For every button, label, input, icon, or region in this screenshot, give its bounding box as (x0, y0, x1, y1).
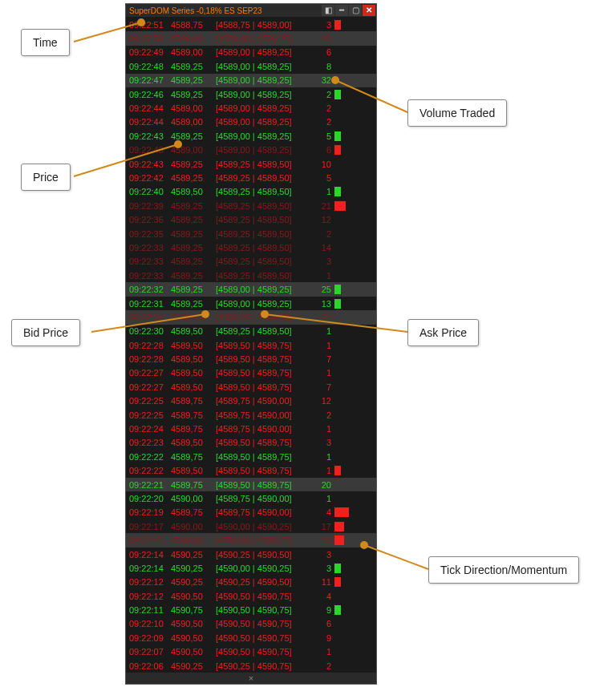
tape-row[interactable]: 09:22:434589,25[4589,25 | 4589,50]10 (126, 157, 376, 171)
tape-row[interactable]: 09:22:364589,25[4589,25 | 4589,50]12 (126, 212, 376, 226)
cell-price: 4589,50 (171, 382, 216, 392)
tape-row[interactable]: 09:22:424589,25[4589,25 | 4589,50]5 (126, 171, 376, 184)
callout-time: Time (21, 29, 70, 56)
tape-row[interactable]: 09:22:354589,25[4589,25 | 4589,50]2 (126, 227, 376, 240)
tape-row[interactable]: 09:22:394589,25[4589,25 | 4589,50]21 (126, 199, 376, 212)
tape-row[interactable]: 09:22:194589,75[4589,75 | 4590,00]4 (126, 506, 376, 519)
tape-row[interactable]: 09:22:094590,50[4590,50 | 4590,75]9 (126, 631, 376, 644)
tape-row[interactable]: 09:22:484589,25[4589,00 | 4589,25]8 (126, 59, 376, 73)
close-button[interactable]: ✕ (363, 5, 375, 16)
tape-row[interactable]: 09:22:334589,25[4589,25 | 4589,50]1 (126, 269, 376, 282)
cell-bar (333, 285, 376, 294)
tape-row[interactable]: 09:22:124590,25[4590,25 | 4590,50]11 (126, 576, 376, 589)
cell-bidask: [4589,50 | 4589,75] (216, 466, 312, 475)
tape-row[interactable]: 09:22:474589,25[4589,00 | 4589,25]32 (126, 74, 376, 87)
cell-bidask: [4590,25 | 4590,50] (216, 550, 312, 560)
tape-row[interactable]: 09:22:324589,25[4589,00 | 4589,25]25 (126, 282, 376, 296)
cell-bidask: [4589,50 | 4589,75] (216, 368, 312, 378)
tape-row[interactable]: 09:22:114590,75[4590,50 | 4590,75]9 (126, 603, 376, 616)
cell-time: 09:22:31 (126, 313, 171, 322)
tape-row[interactable]: 09:22:284589,50[4589,50 | 4589,75]7 (126, 352, 376, 366)
cell-bar (333, 20, 376, 30)
tape-row[interactable]: 09:22:444589,00[4589,00 | 4589,25]2 (126, 101, 376, 115)
cell-volume: 13 (312, 299, 333, 309)
callout-tick: Tick Direction/Momentum (428, 556, 579, 584)
cell-bidask: [4589,50 | 4589,75] (216, 341, 312, 350)
tape-row[interactable]: 09:22:204590,00[4589,75 | 4590,00]1 (126, 491, 376, 505)
tape-row[interactable]: 09:22:224589,75[4589,50 | 4589,75]1 (126, 450, 376, 463)
cell-bar (333, 494, 376, 503)
tape-row[interactable]: 09:22:504589,00[4589,00 | 4589,25]20 (126, 31, 376, 45)
tape-row[interactable]: 09:22:334589,25[4589,25 | 4589,50]14 (126, 240, 376, 254)
maximize-button[interactable]: ▢ (349, 5, 362, 16)
titlebar[interactable]: SuperDOM Series -0,18% ES SEP23 ◧ ━ ▢ ✕ (126, 4, 376, 17)
cell-volume: 6 (312, 47, 333, 57)
cell-volume: 18 (312, 535, 333, 545)
cell-bar (333, 438, 376, 447)
momentum-bar (334, 577, 341, 587)
tape-row[interactable]: 09:22:464589,25[4589,00 | 4589,25]2 (126, 87, 376, 101)
cell-time: 09:22:51 (126, 20, 171, 30)
tape-row[interactable]: 09:22:144590,25[4590,00 | 4590,25]3 (126, 561, 376, 575)
window-controls: ◧ ━ ▢ ✕ (322, 5, 376, 16)
cell-volume: 5 (312, 131, 333, 141)
tape-row[interactable]: 09:22:174590,00[4590,00 | 4590,25]17 (126, 519, 376, 533)
tape-row[interactable]: 09:22:434589,25[4589,00 | 4589,25]5 (126, 129, 376, 143)
tape-row[interactable]: 09:22:284589,50[4589,50 | 4589,75]1 (126, 338, 376, 352)
cell-bidask: [4589,00 | 4589,25] (216, 62, 312, 71)
tape-row[interactable]: 09:22:144590,25[4590,25 | 4590,50]3 (126, 547, 376, 561)
tape-row[interactable]: 09:22:154590,00[4590,00 | 4590,25]18 (126, 533, 376, 547)
tape-row[interactable]: 09:22:434589,00[4589,00 | 4589,25]6 (126, 143, 376, 157)
momentum-bar (334, 285, 341, 294)
cell-bidask: [4589,00 | 4589,25] (216, 285, 312, 294)
tape-row[interactable]: 09:22:444589,00[4589,00 | 4589,25]2 (126, 115, 376, 129)
tape-row[interactable]: 09:22:514588,75[4588,75 | 4589,00]3 (126, 18, 376, 31)
cell-bar (333, 396, 376, 406)
tape-row[interactable]: 09:22:234589,50[4589,50 | 4589,75]3 (126, 436, 376, 450)
cell-volume: 12 (312, 215, 333, 224)
cell-bidask: [4589,00 | 4589,25] (216, 131, 312, 141)
cell-price: 4589,25 (171, 299, 216, 309)
cell-volume: 5 (312, 173, 333, 183)
cell-time: 09:22:21 (126, 480, 171, 490)
pin-icon[interactable]: ◧ (322, 5, 334, 16)
cell-bar (333, 410, 376, 420)
cell-price: 4590,25 (171, 577, 216, 587)
tape-row[interactable]: 09:22:274589,50[4589,50 | 4589,75]1 (126, 366, 376, 380)
tape-row[interactable]: 09:22:304589,50[4589,25 | 4589,50]1 (126, 325, 376, 338)
tape-row[interactable]: 09:22:074590,50[4590,50 | 4590,75]1 (126, 645, 376, 659)
cell-bar (333, 313, 376, 322)
tape-row[interactable]: 09:22:064590,25[4590,25 | 4590,75]2 (126, 659, 376, 673)
cell-bidask: [4590,25 | 4590,50] (216, 577, 312, 587)
tape-row[interactable]: 09:22:104590,50[4590,50 | 4590,75]6 (126, 617, 376, 631)
time-and-sales-tape[interactable]: 09:22:514588,75[4588,75 | 4589,00]309:22… (126, 17, 376, 673)
tape-row[interactable]: 09:22:254589,75[4589,75 | 4590,00]12 (126, 394, 376, 408)
cell-time: 09:22:43 (126, 160, 171, 169)
footer-close-icon[interactable]: × (249, 673, 253, 683)
tape-row[interactable]: 09:22:274589,50[4589,50 | 4589,75]7 (126, 380, 376, 394)
minimize-button[interactable]: ━ (335, 5, 348, 16)
tape-row[interactable]: 09:22:404589,50[4589,25 | 4589,50]1 (126, 185, 376, 199)
cell-bidask: [4589,25 | 4589,50] (216, 243, 312, 253)
cell-volume: 4 (312, 507, 333, 517)
cell-volume: 25 (312, 285, 333, 294)
tape-row[interactable]: 09:22:254589,75[4589,75 | 4590,00]2 (126, 408, 376, 422)
cell-bar (333, 326, 376, 336)
tape-row[interactable]: 09:22:244589,75[4589,75 | 4590,00]1 (126, 422, 376, 435)
cell-bidask: [4590,50 | 4590,75] (216, 633, 312, 643)
tape-row[interactable]: 09:22:124590,50[4590,50 | 4590,75]4 (126, 589, 376, 603)
cell-volume: 24 (312, 313, 333, 322)
tape-row[interactable]: 09:22:214589,75[4589,50 | 4589,75]20 (126, 478, 376, 491)
tape-row[interactable]: 09:22:314589,25[4589,25 | 4589,50]24 (126, 310, 376, 324)
cell-time: 09:22:49 (126, 47, 171, 57)
cell-time: 09:22:07 (126, 647, 171, 657)
cell-time: 09:22:43 (126, 145, 171, 155)
tape-row[interactable]: 09:22:224589,50[4589,50 | 4589,75]1 (126, 464, 376, 478)
tape-row[interactable]: 09:22:334589,25[4589,25 | 4589,50]3 (126, 255, 376, 269)
tape-row[interactable]: 09:22:314589,25[4589,00 | 4589,25]13 (126, 297, 376, 310)
cell-bar (333, 424, 376, 434)
cell-bar (333, 173, 376, 183)
cell-bar (333, 661, 376, 671)
tape-row[interactable]: 09:22:494589,00[4589,00 | 4589,25]6 (126, 46, 376, 59)
cell-price: 4590,25 (171, 564, 216, 573)
